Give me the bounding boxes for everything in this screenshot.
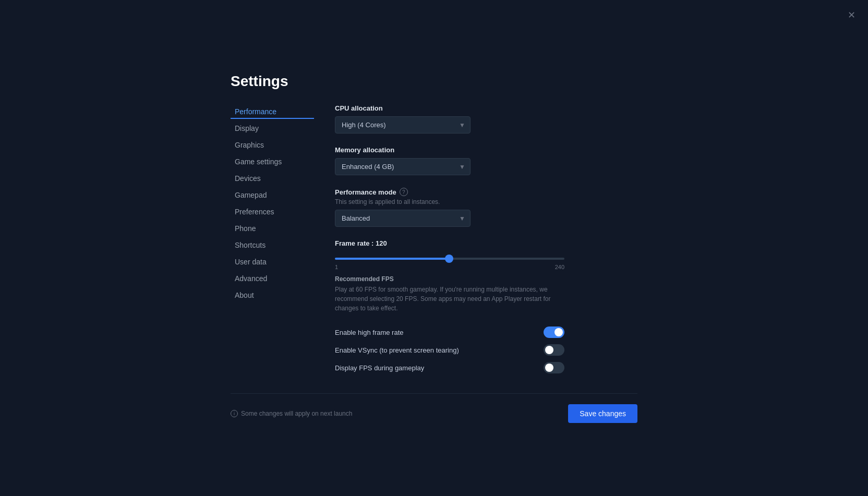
toggle-slider-high-frame-rate: [544, 326, 564, 338]
toggle-slider-vsync: [544, 344, 564, 356]
page-title: Settings: [231, 73, 637, 90]
toggles-container: Enable high frame rateEnable VSync (to p…: [335, 323, 627, 377]
sidebar: PerformanceDisplayGraphicsGame settingsD…: [231, 104, 314, 377]
sidebar-item-devices[interactable]: Devices: [231, 171, 314, 186]
frame-rate-label: Frame rate : 120: [335, 239, 627, 247]
performance-mode-label: Performance mode: [335, 188, 396, 196]
sidebar-item-preferences[interactable]: Preferences: [231, 204, 314, 219]
cpu-allocation-section: CPU allocation High (4 Cores) Low (1 Cor…: [335, 104, 627, 134]
toggle-high-frame-rate[interactable]: [544, 326, 564, 338]
footer-note-icon: i: [231, 410, 238, 417]
frame-rate-slider[interactable]: [335, 258, 564, 260]
frame-rate-section: Frame rate : 120 1 240 Recommended FPS P…: [335, 239, 627, 313]
sidebar-item-user-data[interactable]: User data: [231, 255, 314, 269]
frame-rate-min: 1: [335, 264, 338, 270]
sidebar-item-performance[interactable]: Performance: [231, 104, 314, 119]
toggle-row-display-fps: Display FPS during gameplay: [335, 359, 564, 377]
cpu-allocation-label: CPU allocation: [335, 104, 627, 112]
cpu-allocation-select-wrapper: High (4 Cores) Low (1 Core) Medium (2 Co…: [335, 116, 471, 134]
sidebar-item-graphics[interactable]: Graphics: [231, 138, 314, 152]
sidebar-item-gamepad[interactable]: Gamepad: [231, 188, 314, 202]
toggle-label-high-frame-rate: Enable high frame rate: [335, 329, 404, 336]
main-content: CPU allocation High (4 Cores) Low (1 Cor…: [314, 104, 637, 377]
performance-mode-hint: This setting is applied to all instances…: [335, 198, 627, 205]
toggle-row-vsync: Enable VSync (to prevent screen tearing): [335, 341, 564, 359]
toggle-display-fps[interactable]: [544, 362, 564, 373]
memory-allocation-select[interactable]: Enhanced (4 GB) Low (1 GB) Medium (2 GB)…: [335, 158, 471, 175]
performance-mode-select[interactable]: Balanced Power saving High performance: [335, 210, 471, 227]
footer: i Some changes will apply on next launch…: [231, 393, 637, 423]
sidebar-item-advanced[interactable]: Advanced: [231, 271, 314, 286]
sidebar-item-game-settings[interactable]: Game settings: [231, 154, 314, 169]
sidebar-item-phone[interactable]: Phone: [231, 221, 314, 236]
memory-allocation-label: Memory allocation: [335, 146, 627, 154]
footer-note: i Some changes will apply on next launch: [231, 410, 352, 417]
sidebar-item-shortcuts[interactable]: Shortcuts: [231, 238, 314, 252]
toggle-slider-display-fps: [544, 362, 564, 373]
save-changes-button[interactable]: Save changes: [568, 404, 637, 423]
footer-note-text: Some changes will apply on next launch: [241, 410, 352, 417]
cpu-allocation-select[interactable]: High (4 Cores) Low (1 Core) Medium (2 Co…: [335, 116, 471, 134]
close-button[interactable]: ✕: [848, 10, 855, 20]
recommended-fps-title: Recommended FPS: [335, 275, 627, 283]
sidebar-item-about[interactable]: About: [231, 288, 314, 303]
performance-mode-section: Performance mode ? This setting is appli…: [335, 188, 627, 227]
toggle-label-vsync: Enable VSync (to prevent screen tearing): [335, 346, 459, 354]
memory-allocation-section: Memory allocation Enhanced (4 GB) Low (1…: [335, 146, 627, 175]
sidebar-item-display[interactable]: Display: [231, 121, 314, 136]
performance-mode-help-icon[interactable]: ?: [400, 188, 408, 196]
performance-mode-select-wrapper: Balanced Power saving High performance ▼: [335, 210, 471, 227]
memory-allocation-select-wrapper: Enhanced (4 GB) Low (1 GB) Medium (2 GB)…: [335, 158, 471, 175]
recommended-fps-desc: Play at 60 FPS for smooth gameplay. If y…: [335, 285, 564, 313]
frame-rate-max: 240: [555, 264, 564, 270]
toggle-vsync[interactable]: [544, 344, 564, 356]
toggle-row-high-frame-rate: Enable high frame rate: [335, 323, 564, 341]
toggle-label-display-fps: Display FPS during gameplay: [335, 364, 424, 372]
